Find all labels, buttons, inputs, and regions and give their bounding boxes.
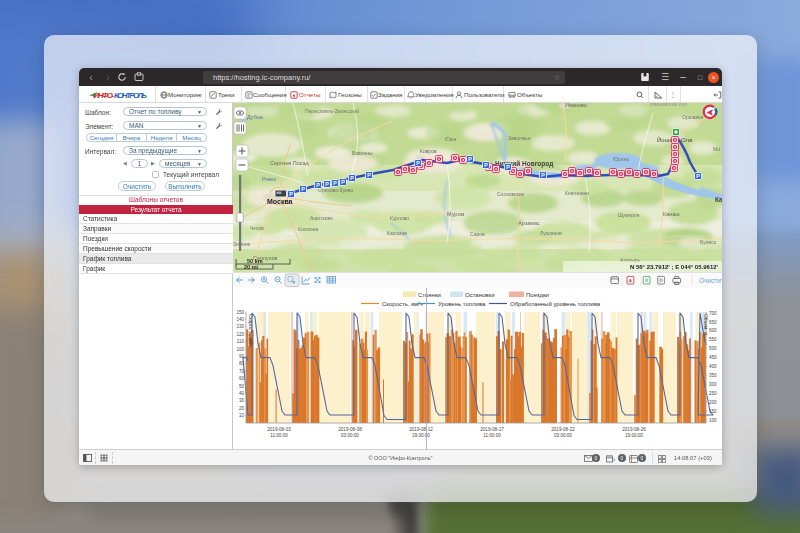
svg-text:100: 100 xyxy=(236,347,244,352)
svg-text:Нижний Новгород: Нижний Новгород xyxy=(495,160,553,168)
svg-text:Очистить: Очистить xyxy=(699,277,722,284)
svg-text:400: 400 xyxy=(709,364,717,369)
svg-text:11:00:00: 11:00:00 xyxy=(483,433,501,438)
svg-text:100: 100 xyxy=(709,418,717,423)
svg-text:Остановки: Остановки xyxy=(465,292,495,298)
svg-text:Сосновское: Сосновское xyxy=(497,191,525,197)
svg-text:P: P xyxy=(341,179,345,185)
svg-text:200: 200 xyxy=(709,400,717,405)
svg-text:P: P xyxy=(506,164,510,170)
svg-text:Переславль-Залесский: Переславль-Залесский xyxy=(305,108,359,114)
svg-text:Буинск: Буинск xyxy=(700,239,717,245)
svg-text:20: 20 xyxy=(239,406,245,411)
svg-text:Княгинино: Княгинино xyxy=(565,190,589,196)
svg-text:Иваново: Иваново xyxy=(565,103,587,108)
svg-text:P: P xyxy=(289,191,293,197)
svg-text:P: P xyxy=(301,186,305,192)
svg-text:Москва: Москва xyxy=(267,198,293,205)
svg-text:Арзамас: Арзамас xyxy=(518,220,540,226)
svg-text:03:00:00: 03:00:00 xyxy=(554,433,572,438)
svg-text:150: 150 xyxy=(236,310,244,315)
svg-text:19:00:00: 19:00:00 xyxy=(412,433,430,438)
svg-text:2019-08-03: 2019-08-03 xyxy=(267,427,291,432)
svg-text:Бавлены: Бавлены xyxy=(352,150,373,156)
svg-text:300: 300 xyxy=(709,382,717,387)
svg-text:11:00:00: 11:00:00 xyxy=(270,433,288,438)
svg-text:40: 40 xyxy=(239,391,245,396)
svg-text:70: 70 xyxy=(239,369,245,374)
svg-text:2019-08-26: 2019-08-26 xyxy=(622,427,646,432)
svg-text:2019-08-17: 2019-08-17 xyxy=(480,427,504,432)
svg-text:03:00:00: 03:00:00 xyxy=(341,433,359,438)
svg-text:Лукоянов: Лукоянов xyxy=(540,230,562,236)
svg-text:30: 30 xyxy=(239,398,245,403)
svg-text:600: 600 xyxy=(709,328,717,333)
svg-text:110: 110 xyxy=(237,339,245,344)
svg-text:Обработанный уровень топлива: Обработанный уровень топлива xyxy=(510,301,601,307)
svg-text:Саров: Саров xyxy=(470,231,485,237)
svg-text:140: 140 xyxy=(236,317,244,322)
svg-text:Каз: Каз xyxy=(715,196,722,203)
svg-text:A: A xyxy=(629,279,632,283)
svg-text:Сергиев Посад: Сергиев Посад xyxy=(270,160,309,166)
svg-text:19:00:00: 19:00:00 xyxy=(625,433,643,438)
svg-text:60: 60 xyxy=(239,376,245,381)
svg-text:Муром: Муром xyxy=(447,211,464,217)
svg-text:10: 10 xyxy=(239,413,245,418)
svg-text:Объем, л: Объем, л xyxy=(703,314,708,335)
svg-text:Ашитково: Ашитково xyxy=(310,215,333,221)
svg-text:КОНТРОЛЬ: КОНТРОЛЬ xyxy=(114,91,147,100)
svg-text:130: 130 xyxy=(236,324,244,329)
svg-text:550: 550 xyxy=(709,337,717,342)
svg-text:Оршанка: Оршанка xyxy=(682,114,704,120)
svg-text:2019-08-08: 2019-08-08 xyxy=(338,427,362,432)
svg-text:Южа: Южа xyxy=(445,136,456,142)
svg-text:50: 50 xyxy=(239,384,245,389)
svg-text:150: 150 xyxy=(709,409,717,414)
svg-text:Курлово: Курлово xyxy=(390,215,409,221)
svg-text:Шумерля: Шумерля xyxy=(618,212,640,218)
svg-text:P: P xyxy=(316,182,320,188)
svg-text:P: P xyxy=(350,175,354,181)
svg-text:P: P xyxy=(367,172,371,178)
svg-text:Ковров: Ковров xyxy=(420,148,437,154)
svg-text:350: 350 xyxy=(709,373,717,378)
svg-text:P: P xyxy=(696,173,700,179)
svg-text:P: P xyxy=(325,181,329,187)
svg-text:P: P xyxy=(416,160,420,166)
svg-text:P: P xyxy=(468,156,472,162)
svg-text:500: 500 xyxy=(709,346,717,351)
svg-text:Зимняк: Зимняк xyxy=(233,241,251,247)
svg-text:2019-08-22: 2019-08-22 xyxy=(551,427,575,432)
svg-text:700: 700 xyxy=(709,311,717,316)
svg-text:450: 450 xyxy=(709,355,717,360)
svg-text:Уровень топлива: Уровень топлива xyxy=(438,301,486,307)
svg-text:2019-08-12: 2019-08-12 xyxy=(409,427,433,432)
svg-text:N 56° 23.7912' ; E 044° 05.961: N 56° 23.7912' ; E 044° 05.9612' xyxy=(630,264,719,270)
svg-text:80: 80 xyxy=(239,361,245,366)
svg-text:Коломна: Коломна xyxy=(298,226,319,232)
svg-text:20 mi: 20 mi xyxy=(244,264,259,270)
svg-text:Канаш: Канаш xyxy=(663,211,680,217)
svg-text:Чехов: Чехов xyxy=(250,225,264,231)
svg-text:Стоянки: Стоянки xyxy=(418,292,441,298)
svg-text:120: 120 xyxy=(236,332,244,337)
svg-text:P: P xyxy=(333,180,337,186)
svg-text:Касимов: Касимов xyxy=(387,230,407,236)
svg-text:Мо: Мо xyxy=(713,146,720,152)
svg-text:Заволжье: Заволжье xyxy=(508,135,531,141)
svg-text:Дубна: Дубна xyxy=(247,114,264,120)
svg-text:Скорость, км/ч: Скорость, км/ч xyxy=(248,314,253,347)
svg-text:90: 90 xyxy=(239,354,245,359)
svg-text:Ивановская обл: Ивановская обл xyxy=(650,103,687,107)
svg-text:Поездки: Поездки xyxy=(526,292,549,298)
svg-text:Скорость, км/ч: Скорость, км/ч xyxy=(382,301,423,307)
svg-text:Юрино: Юрино xyxy=(613,156,629,162)
svg-text:Орехово-Зуево: Орехово-Зуево xyxy=(318,187,353,193)
svg-text:Ряжки: Ряжки xyxy=(262,176,276,182)
svg-text:P: P xyxy=(541,172,545,178)
svg-text:250: 250 xyxy=(709,391,717,396)
svg-text:650: 650 xyxy=(709,320,717,325)
svg-text:P: P xyxy=(484,162,488,168)
svg-text:ИНФО-: ИНФО- xyxy=(94,91,115,100)
